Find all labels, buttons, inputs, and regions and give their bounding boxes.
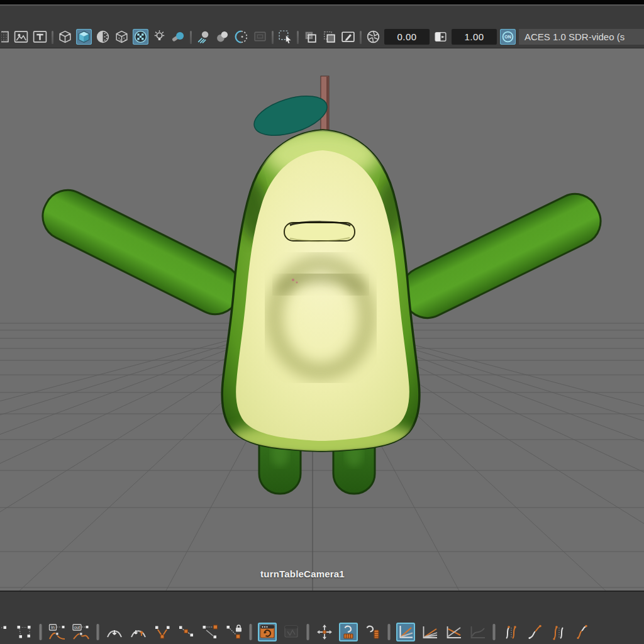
color-management-toggle[interactable]: ON [500,29,516,45]
motion-blur-button[interactable] [252,29,268,45]
move-keys-icon [315,623,334,641]
image-pen-icon [340,29,356,45]
default-lighting-button[interactable] [152,29,167,45]
isolate-select-button[interactable] [303,29,318,45]
lock-tangent-icon [225,623,243,641]
ease-curve-icon [525,623,544,641]
film-gate-icon [1,29,10,45]
region-key-tool-icon [363,623,382,641]
camera-name-label: turnTableCamera1 [260,569,345,579]
image-plane-button[interactable] [13,29,29,45]
contrast-button[interactable] [433,29,448,45]
ease-tangent-keys-button[interactable] [525,623,544,641]
dope-sheet-window-icon [282,623,301,641]
smooth-shade-button[interactable] [76,29,92,45]
toolbar-separator [492,623,496,641]
text-2d-button[interactable] [32,29,48,45]
graph-fan-icon [420,623,439,641]
avocado-character[interactable] [35,76,609,494]
wireframe-button[interactable] [57,29,73,45]
spline-tangent-keys-button[interactable] [549,623,568,641]
out-tangent-button[interactable]: out [72,623,91,641]
linear-tangents-button[interactable] [396,623,415,641]
graph-cross-icon [444,623,463,641]
move-nearest-key-button[interactable] [315,623,334,641]
graph-linear-icon [396,623,415,641]
dual-s-curve-alt-icon [549,623,568,641]
curve-up-arrow-icon [129,623,148,641]
keys-partial-icon [1,623,9,641]
wireframe-on-shaded-icon [114,29,130,45]
viewport-canvas [0,48,644,591]
toolbar-separator [189,30,192,45]
spot-light-icon [170,29,186,45]
retime-tool-icon [339,623,358,641]
on-toggle-icon: ON [500,29,516,45]
graph-editor-window-icon [258,623,277,641]
exposure-field[interactable]: 0.00 [384,29,430,45]
unify-tangents-button[interactable] [177,623,196,641]
image-edit-button[interactable] [340,29,356,45]
clamped-tangent-keys-button[interactable] [573,623,592,641]
curve-down-arrow-icon [105,623,124,641]
in-tangent-icon: in [48,623,67,641]
svg-text:out: out [74,625,80,630]
lock-tangent-weight-button[interactable] [225,623,243,641]
in-tangent-button[interactable]: in [48,623,67,641]
maya-window: 0.00 1.00 ON ACES 1.0 SDR-video (s [0,0,644,644]
clamped-curve-icon [573,623,592,641]
aperture-icon [365,29,381,45]
spline-tangents-button[interactable] [468,623,487,641]
select-object-button[interactable] [277,29,293,45]
exposure-button[interactable] [365,29,381,45]
toolbar-separator [96,623,100,641]
break-tangents-icon [153,623,172,641]
region-key-tool-button[interactable] [363,623,382,641]
left-arm [35,182,248,322]
toolbar-separator [296,30,299,45]
toolbar-separator [306,623,310,641]
viewport-toolbar: 0.00 1.00 ON ACES 1.0 SDR-video (s [0,6,644,48]
shaded-cube-icon [76,29,92,45]
auto-tangents-button[interactable] [129,623,148,641]
free-tangent-weight-button[interactable] [201,623,219,641]
svg-text:ON: ON [504,35,511,39]
toolbar-separator [271,30,274,45]
graph-editor-button[interactable] [258,623,277,641]
light-bulb-icon [152,29,167,45]
anti-aliasing-icon [233,29,249,45]
anti-aliasing-button[interactable] [233,29,249,45]
flatten-tangents-button[interactable] [105,623,124,641]
shadows-icon [196,29,211,45]
mouth [284,222,355,242]
transform-keys-button[interactable] [14,623,33,641]
wireframe-on-shaded-button[interactable] [114,29,130,45]
shadows-button[interactable] [196,29,211,45]
contrast-icon [433,29,448,45]
unify-tangents-icon [177,623,196,641]
graph-editor-toolbar: in out [0,591,644,644]
plateau-tangents-button[interactable] [420,623,439,641]
dope-sheet-button[interactable] [282,623,301,641]
keys-partial-button[interactable] [1,623,9,641]
crossing-tangents-button[interactable] [444,623,463,641]
all-lights-button[interactable] [170,29,186,45]
occlusion-button[interactable] [214,29,230,45]
toolbar-separator [38,623,43,641]
view-transform-select[interactable]: ACES 1.0 SDR-video (s [519,29,644,45]
viewport-panel[interactable]: turnTableCamera1 [0,48,644,591]
break-tangents-button[interactable] [153,623,172,641]
right-arm [394,186,609,326]
retime-tool-button[interactable] [339,623,358,641]
isolate-view-button[interactable] [321,29,337,45]
step-tangent-keys-button[interactable] [501,623,520,641]
textured-shaded-button[interactable] [133,29,148,45]
textured-button[interactable] [95,29,111,45]
graph-disabled-icon [468,623,487,641]
film-gate-button[interactable] [1,29,10,45]
textured-sphere-icon [95,29,111,45]
transform-keys-icon [14,623,33,641]
overlap-squares-outline-icon [321,29,337,45]
gamma-field[interactable]: 1.00 [452,29,497,45]
free-tangent-icon [201,623,219,641]
